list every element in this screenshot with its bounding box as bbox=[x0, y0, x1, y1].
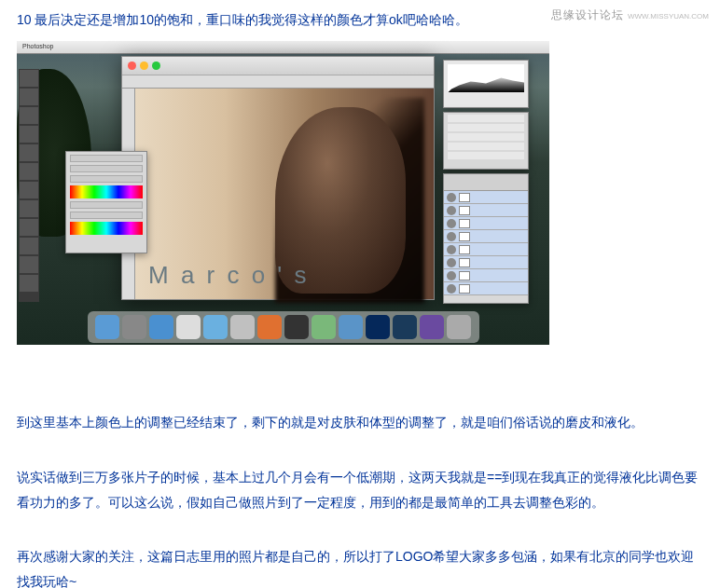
histogram-panel bbox=[443, 60, 529, 108]
photo-watermark: M a r c o ' s bbox=[148, 261, 310, 290]
layer-row bbox=[444, 269, 528, 282]
tool-icon bbox=[20, 70, 38, 87]
layer-row bbox=[444, 282, 528, 295]
dock-app-icon bbox=[257, 315, 282, 339]
visibility-icon bbox=[447, 193, 456, 202]
adjustments-panel bbox=[443, 112, 529, 170]
app-name: Photoshop bbox=[22, 43, 53, 49]
layer-row bbox=[444, 256, 528, 269]
layer-row bbox=[444, 217, 528, 230]
mac-menubar: Photoshop bbox=[17, 41, 549, 54]
ps-document-window: M a r c o ' s bbox=[121, 56, 435, 300]
dock-app-icon bbox=[203, 315, 228, 339]
layer-row bbox=[444, 191, 528, 204]
hue-gradient bbox=[70, 185, 143, 198]
page-watermark: 思缘设计论坛 WWW.MISSYUAN.COM bbox=[551, 7, 709, 23]
dock-app-icon bbox=[230, 315, 255, 339]
dock-app-icon bbox=[122, 315, 146, 339]
dock-app-icon bbox=[312, 315, 336, 339]
ps-toolbar bbox=[19, 69, 39, 302]
dock-app-icon bbox=[420, 315, 444, 339]
color-panel bbox=[65, 151, 147, 253]
edited-photo: M a r c o ' s bbox=[135, 89, 434, 299]
window-titlebar bbox=[122, 57, 434, 75]
dock-app-icon bbox=[284, 315, 309, 339]
paragraph-3: 再次感谢大家的关注，这篇日志里用的照片都是自己的，所以打了LOGO希望大家多多包… bbox=[17, 544, 703, 588]
article-content: 10 最后决定还是增加10的饱和，重口味的我觉得这样的颜色才算ok吧哈哈哈。 P… bbox=[0, 0, 720, 588]
dock-app-icon bbox=[393, 315, 417, 339]
watermark-main: 思缘设计论坛 bbox=[551, 8, 624, 21]
layer-row bbox=[444, 230, 528, 243]
paragraph-2: 说实话做到三万多张片子的时候，基本上过几个月会有一个低潮期，这两天我就是==到现… bbox=[17, 465, 703, 514]
dock-app-icon bbox=[176, 315, 201, 339]
watermark-sub: WWW.MISSYUAN.COM bbox=[628, 12, 709, 21]
layer-row bbox=[444, 204, 528, 217]
dock-app-icon bbox=[366, 315, 390, 339]
dock-app-icon bbox=[149, 315, 173, 339]
histogram-graph bbox=[448, 64, 524, 92]
dock-app-icon bbox=[447, 315, 471, 339]
ruler-horizontal bbox=[122, 75, 434, 89]
layer-row bbox=[444, 243, 528, 256]
minimize-icon bbox=[140, 62, 148, 70]
dock-app-icon bbox=[339, 315, 363, 339]
layers-panel bbox=[443, 173, 529, 304]
close-icon bbox=[128, 62, 136, 70]
spectrum bbox=[70, 222, 143, 235]
layers-header bbox=[444, 174, 528, 191]
paragraph-1: 到这里基本上颜色上的调整已经结束了，剩下的就是对皮肤和体型的调整了，就是咱们俗话… bbox=[17, 410, 703, 435]
zoom-icon bbox=[152, 62, 160, 70]
dock-app-icon bbox=[95, 315, 119, 339]
photoshop-screenshot: Photoshop M a r c o ' s bbox=[17, 41, 549, 345]
mac-dock bbox=[88, 311, 479, 343]
